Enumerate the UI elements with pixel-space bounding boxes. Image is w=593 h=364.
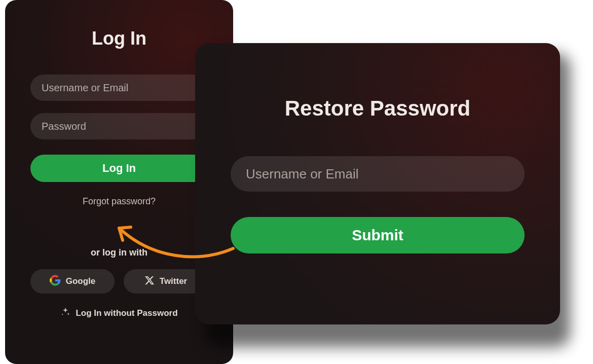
restore-password-card: Restore Password Submit — [195, 43, 560, 324]
sparkle-icon — [60, 307, 70, 319]
password-input[interactable] — [30, 113, 208, 139]
google-login-label: Google — [66, 276, 96, 286]
login-button[interactable]: Log In — [30, 155, 208, 182]
google-icon — [50, 275, 61, 288]
twitter-login-label: Twitter — [160, 276, 187, 286]
forgot-password-link[interactable]: Forgot password? — [30, 196, 208, 207]
x-icon — [144, 275, 155, 288]
login-title: Log In — [30, 28, 208, 49]
passwordless-login-link[interactable]: Log In without Password — [30, 307, 208, 319]
passwordless-login-label: Log In without Password — [76, 308, 177, 318]
google-login-button[interactable]: Google — [30, 269, 115, 294]
submit-button[interactable]: Submit — [231, 217, 525, 253]
username-input[interactable] — [30, 75, 208, 101]
restore-title: Restore Password — [231, 96, 525, 121]
restore-username-input[interactable] — [231, 156, 525, 192]
or-login-with-label: or log in with — [30, 247, 208, 258]
social-login-row: Google Twitter — [30, 269, 208, 294]
